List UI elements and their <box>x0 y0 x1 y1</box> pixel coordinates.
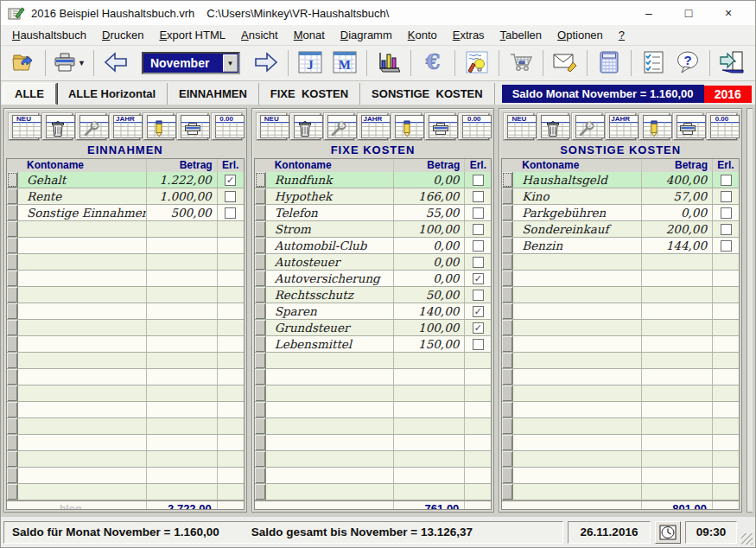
row-selector[interactable] <box>502 303 513 319</box>
cell-kontoname[interactable]: Gehalt <box>18 172 147 188</box>
cell-kontoname[interactable]: Rundfunk <box>266 172 395 188</box>
row-selector[interactable] <box>255 484 266 500</box>
einnahmen-delete-button[interactable] <box>42 113 73 140</box>
mail-button[interactable] <box>548 48 582 79</box>
row-selector[interactable] <box>255 287 266 303</box>
cell-betrag[interactable]: 50,00 <box>394 287 465 303</box>
table-row[interactable]: Strom100,00 <box>255 221 492 238</box>
row-selector[interactable] <box>255 254 266 270</box>
menu-item-haushaltsbuch[interactable]: Haushaltsbuch <box>4 26 94 44</box>
cell-betrag[interactable]: 150,00 <box>394 336 465 352</box>
table-row[interactable]: Autosteuer0,00 <box>255 254 492 271</box>
row-selector[interactable] <box>255 221 266 237</box>
cell-kontoname[interactable]: Haushaltsgeld <box>513 172 642 188</box>
month-selector[interactable]: November▼ <box>142 52 240 74</box>
cell-betrag[interactable]: 1.222,00 <box>147 172 218 188</box>
row-selector[interactable] <box>255 386 266 401</box>
row-selector[interactable] <box>7 221 18 237</box>
cell-kontoname[interactable]: Lebensmittel <box>266 336 395 352</box>
row-selector[interactable] <box>502 418 513 434</box>
fixe-kosten-edit-button[interactable] <box>391 113 422 140</box>
table-row[interactable]: Kino57,00 <box>502 188 739 205</box>
row-selector[interactable] <box>502 287 513 303</box>
row-selector[interactable] <box>7 402 18 417</box>
cell-kontoname[interactable]: Telefon <box>266 205 395 220</box>
month-dropdown-button[interactable]: ▼ <box>223 54 238 72</box>
row-selector[interactable] <box>7 303 18 319</box>
row-selector[interactable] <box>502 484 513 500</box>
table-row[interactable]: Automobil-Club0,00 <box>255 238 492 254</box>
sonstige-kosten-print-button[interactable] <box>673 113 703 140</box>
cell-betrag[interactable]: 200,00 <box>642 221 713 237</box>
row-selector[interactable] <box>255 320 266 335</box>
cell-kontoname[interactable]: Autosteuer <box>266 254 395 270</box>
next-month-button[interactable] <box>249 48 283 79</box>
previous-month-button[interactable] <box>98 48 133 79</box>
fixe-kosten-zero-button[interactable]: 0.00 <box>459 113 489 140</box>
row-selector[interactable] <box>255 172 266 188</box>
table-row[interactable]: Sondereinkauf200,00 <box>502 221 739 238</box>
row-selector[interactable] <box>255 188 266 204</box>
tips-button[interactable] <box>460 48 494 79</box>
row-selector[interactable] <box>7 386 18 401</box>
table-row[interactable]: Haushaltsgeld400,00 <box>502 172 739 188</box>
tab-einnahmen[interactable]: EINNAHMEN <box>168 83 259 105</box>
cell-betrag[interactable]: 140,00 <box>394 303 465 319</box>
row-selector[interactable] <box>7 188 18 204</box>
row-selector[interactable] <box>7 238 18 253</box>
row-selector[interactable] <box>502 353 513 368</box>
cell-betrag[interactable]: 0,00 <box>394 172 465 188</box>
row-selector[interactable] <box>502 172 513 188</box>
row-selector[interactable] <box>7 205 18 220</box>
sonstige-kosten-new-button[interactable]: NEU <box>504 113 534 140</box>
tab-fixe-kosten[interactable]: FIXE KOSTEN <box>259 83 360 105</box>
row-selector[interactable] <box>255 369 266 385</box>
row-selector[interactable] <box>255 468 266 483</box>
row-selector[interactable] <box>255 402 266 417</box>
cell-kontoname[interactable]: Kino <box>513 188 642 204</box>
menu-item-help[interactable]: ? <box>611 26 632 44</box>
einnahmen-tools-button[interactable] <box>76 113 106 140</box>
sonstige-kosten-delete-button[interactable] <box>537 113 568 140</box>
row-selector[interactable] <box>7 369 18 385</box>
menu-item-optionen[interactable]: Optionen <box>550 26 611 44</box>
erledigt-checkbox[interactable]: ✓ <box>473 273 484 284</box>
row-selector[interactable] <box>502 221 513 237</box>
menu-item-monat[interactable]: Monat <box>286 26 333 44</box>
clock-button[interactable] <box>655 521 681 544</box>
row-selector[interactable] <box>502 188 513 204</box>
row-selector[interactable] <box>7 287 18 303</box>
row-selector[interactable] <box>502 468 513 483</box>
erledigt-checkbox[interactable] <box>721 224 732 235</box>
row-selector[interactable] <box>255 238 266 253</box>
erledigt-checkbox[interactable]: ✓ <box>473 322 484 334</box>
row-selector[interactable] <box>502 451 513 467</box>
euro-button[interactable]: € <box>416 48 450 79</box>
row-selector[interactable] <box>7 484 18 500</box>
table-row[interactable]: Sparen140,00✓ <box>255 303 492 320</box>
row-selector[interactable] <box>255 353 266 368</box>
row-selector[interactable] <box>502 369 513 385</box>
cell-betrag[interactable]: 500,00 <box>147 205 218 220</box>
cell-kontoname[interactable]: Rechtsschutz <box>266 287 395 303</box>
diagram-button[interactable] <box>372 48 406 79</box>
erledigt-checkbox[interactable] <box>473 207 484 219</box>
help-button[interactable]: ? <box>670 48 705 79</box>
erledigt-checkbox[interactable] <box>473 240 484 252</box>
cell-betrag[interactable]: 0,00 <box>394 271 465 286</box>
cell-kontoname[interactable]: Autoversicherung <box>266 271 395 286</box>
row-selector[interactable] <box>7 254 18 270</box>
cell-betrag[interactable]: 57,00 <box>642 188 713 204</box>
menu-item-tabellen[interactable]: Tabellen <box>492 26 550 44</box>
erledigt-checkbox[interactable] <box>473 257 484 268</box>
cell-kontoname[interactable]: Parkgebühren <box>513 205 642 220</box>
cell-kontoname[interactable]: Automobil-Club <box>266 238 395 253</box>
erledigt-checkbox[interactable]: ✓ <box>225 175 236 186</box>
cell-kontoname[interactable]: Rente <box>18 188 147 204</box>
menu-item-extras[interactable]: Extras <box>445 26 492 44</box>
print-button[interactable]: ▼ <box>50 48 89 79</box>
einnahmen-print-button[interactable] <box>177 113 207 140</box>
einnahmen-year-button[interactable]: JAHR <box>110 113 140 140</box>
cell-kontoname[interactable]: Strom <box>266 221 395 237</box>
fixe-kosten-year-button[interactable]: JAHR <box>358 113 388 140</box>
